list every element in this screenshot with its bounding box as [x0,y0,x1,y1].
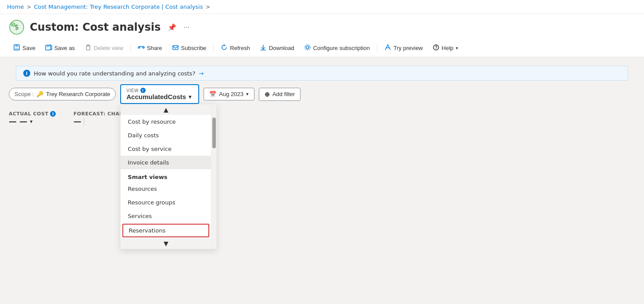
subscribe-icon [172,44,179,52]
delete-view-button[interactable]: Delete view [80,41,128,55]
refresh-button[interactable]: Refresh [216,41,254,55]
save-label: Save [22,45,36,51]
try-preview-label: Try preview [394,45,423,51]
date-picker-button[interactable]: 📅 Aug 2023 ▾ [204,88,254,100]
save-icon [13,44,20,52]
breadcrumb-home[interactable]: Home [7,4,24,10]
svg-text:?: ? [435,45,437,50]
add-filter-button[interactable]: ⊕ Add filter [259,88,301,101]
title-actions: 📌 ··· [166,21,191,33]
dropdown-item-services[interactable]: Services [121,209,211,223]
save-as-button[interactable]: Save as [41,41,79,55]
more-options-button[interactable]: ··· [182,21,191,33]
scope-key-icon: 🔑 [36,91,43,97]
page-icon: $ S [9,19,25,35]
help-label: Help [442,45,454,51]
date-value: Aug 2023 [219,91,243,97]
actual-cost-info-icon[interactable]: i [50,111,56,117]
refresh-icon [221,44,228,52]
view-chevron-icon: ▾ [189,94,191,100]
save-button[interactable]: Save [9,41,40,55]
breadcrumb-sep1: > [26,4,31,10]
svg-point-16 [143,46,144,48]
actual-cost-label: ACTUAL COST i [9,111,56,117]
svg-point-15 [138,46,140,48]
info-bar: i How would you rate understanding and a… [16,66,628,81]
info-message: How would you rate understanding and ana… [34,70,195,77]
svg-rect-6 [15,48,18,50]
dropdown-item-resource-groups[interactable]: Resource groups [121,196,211,209]
dropdown-scrollbar [211,104,216,249]
download-icon [260,44,267,52]
add-filter-plus-icon: ⊕ [265,91,270,98]
svg-rect-17 [173,46,178,50]
help-chevron-icon: ▾ [456,46,458,50]
calendar-icon: 📅 [209,91,216,97]
actual-cost-chevron[interactable]: ▾ [30,118,32,125]
share-label: Share [147,45,162,51]
view-value: AccumulatedCosts ▾ [126,93,191,100]
date-chevron-icon: ▾ [246,91,249,97]
view-label: VIEW i [126,88,146,93]
configure-subscription-label: Configure subscription [313,45,370,51]
scope-value: Trey Research Corporate [46,91,110,97]
scope-button[interactable]: Scope : 🔑 Trey Research Corporate [9,88,116,100]
dropdown-scroll-up[interactable]: ▲ [121,104,211,115]
dropdown-item-reservations[interactable]: Reservations [122,224,209,237]
configure-icon [304,44,311,52]
metrics-row: ACTUAL COST i — — ▾ FORECAST: CHART VIEW… [9,111,635,126]
view-dropdown-wrapper: VIEW i AccumulatedCosts ▾ ▲ Cost by reso… [120,84,199,104]
configure-subscription-button[interactable]: Configure subscription [300,41,374,55]
add-filter-label: Add filter [272,91,295,97]
pin-button[interactable]: 📌 [166,21,178,33]
actual-cost-value: — — ▾ [9,117,56,126]
subscribe-label: Subscribe [181,45,207,51]
refresh-label: Refresh [230,45,250,51]
subscribe-button[interactable]: Subscribe [168,41,211,55]
dropdown-item-invoice-details[interactable]: Invoice details [121,156,211,169]
help-icon: ? [433,44,440,52]
forecast-divider [84,118,84,125]
try-preview-button[interactable]: Try preview [380,41,427,55]
svg-rect-5 [15,45,18,47]
content-area: i How would you rate understanding and a… [0,57,644,282]
pin-icon: 📌 [168,24,176,31]
breadcrumb: Home > Cost Management: Trey Research Co… [0,0,644,14]
dropdown-item-daily-costs[interactable]: Daily costs [121,129,211,142]
save-as-icon [45,44,52,52]
download-button[interactable]: Download [255,41,299,55]
breadcrumb-costmanagement[interactable]: Cost Management: Trey Research Corporate… [34,4,203,10]
toolbar: Save Save as [9,39,635,57]
info-arrow[interactable]: → [199,70,204,77]
help-button[interactable]: ? Help ▾ [428,41,462,55]
share-button[interactable]: Share [133,41,167,55]
more-icon: ··· [183,23,189,31]
page-title-row: $ S Custom: Cost analysis 📌 ··· [9,19,635,35]
scope-label: Scope : [14,91,34,97]
info-icon: i [23,70,30,77]
dropdown-item-cost-by-service[interactable]: Cost by service [121,142,211,156]
delete-view-label: Delete view [94,45,123,51]
svg-point-21 [305,45,310,50]
svg-text:S: S [12,23,14,27]
save-as-label: Save as [54,45,75,51]
dropdown-item-cost-by-resource[interactable]: Cost by resource [121,115,211,129]
share-icon [138,44,145,52]
toolbar-divider-1 [130,44,131,53]
download-label: Download [269,45,294,51]
scrollbar-thumb [212,118,216,148]
filters-row: Scope : 🔑 Trey Research Corporate VIEW i… [9,84,635,104]
toolbar-divider-2 [213,44,214,53]
dropdown-smart-views-header: Smart views [121,169,211,182]
view-dropdown-button[interactable]: VIEW i AccumulatedCosts ▾ [120,84,199,104]
svg-rect-9 [47,47,48,48]
dropdown-scroll-down[interactable]: ▼ [121,238,211,249]
actual-cost-metric: ACTUAL COST i — — ▾ [9,111,56,126]
preview-icon [384,44,391,52]
view-info-icon: i [140,88,146,93]
svg-point-20 [306,46,309,49]
dropdown-item-resources[interactable]: Resources [121,182,211,196]
page-title: Custom: Cost analysis [30,21,161,33]
svg-rect-8 [47,45,49,47]
svg-rect-10 [86,46,90,50]
